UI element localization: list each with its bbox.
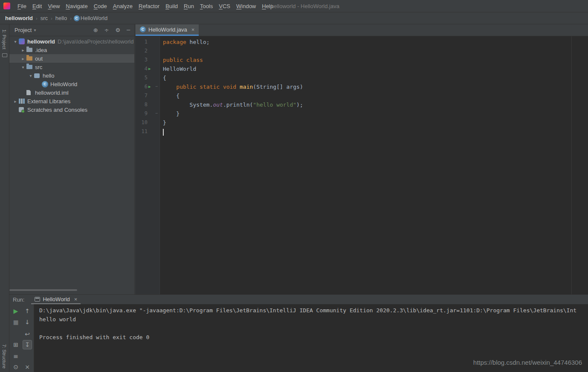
chevron-down-icon[interactable]: ▾	[12, 39, 19, 44]
hide-panel-icon[interactable]: ─	[127, 27, 130, 33]
console-line: Process finished with exit code 0	[39, 333, 588, 342]
tree-item-external-libraries[interactable]: ▸ External Libraries	[9, 97, 134, 105]
code-line-9[interactable]: 9− }	[135, 109, 588, 118]
menu-item-edit[interactable]: Edit	[29, 3, 45, 9]
file-icon	[26, 90, 31, 95]
tree-item-path: D:\java\IdeaProjects\helloworld	[58, 38, 133, 45]
line-number: 2	[145, 46, 148, 55]
tool-button-project[interactable]: 1: Project	[2, 29, 7, 49]
window-title: helloworld - HelloWorld.java	[271, 3, 339, 9]
gutter-cell: 9−	[135, 109, 160, 118]
left-tool-strip: 1: Project 7: Structure	[0, 24, 9, 372]
menu-item-navigate[interactable]: Navigate	[63, 3, 90, 9]
tree-item-out[interactable]: ▸ out	[9, 54, 134, 63]
menu-item-run[interactable]: Run	[181, 3, 197, 9]
scroll-to-end-button[interactable]: ↧	[23, 340, 32, 349]
tree-item-label: HelloWorld	[50, 81, 77, 87]
rerun-button[interactable]: ▶	[11, 306, 20, 316]
tree-item-label: helloworld.iml	[35, 90, 69, 96]
chevron-down-icon[interactable]: ▾	[20, 65, 26, 70]
breadcrumb-item-class[interactable]: HelloWorld	[80, 15, 108, 21]
down-stack-trace-button[interactable]: ↓	[23, 317, 32, 327]
menu-item-window[interactable]: Window	[233, 3, 259, 9]
menu-item-tools[interactable]: Tools	[197, 3, 216, 9]
text-caret	[163, 129, 164, 136]
chevron-right-icon[interactable]: ▸	[12, 99, 19, 104]
clear-console-button[interactable]: ×	[23, 362, 32, 372]
tool-window-icon[interactable]	[2, 53, 7, 57]
menu-item-view[interactable]: View	[45, 3, 63, 9]
breadcrumb-item-hello[interactable]: hello	[55, 15, 68, 21]
tree-item-helloworld[interactable]: ▾ helloworld D:\java\IdeaProjects\hellow…	[9, 37, 134, 46]
gutter-cell: 11	[135, 127, 160, 136]
soft-wrap-button[interactable]: ↩	[23, 329, 32, 339]
code-text: HelloWorld	[160, 64, 196, 73]
up-stack-trace-button[interactable]: ↑	[23, 306, 32, 316]
fold-icon[interactable]: −	[154, 111, 159, 116]
run-toolbar: ▶ ■ ⊞ ≡ ⊙ ↑ ↓ ↩ ↧ ×	[9, 304, 34, 372]
chevron-down-icon[interactable]: ▾	[27, 73, 34, 78]
menu-item-vcs[interactable]: VCS	[216, 3, 233, 9]
code-line-2[interactable]: 2	[135, 46, 588, 55]
code-line-6[interactable]: 6▶− public static void main(String[] arg…	[135, 82, 588, 91]
code-line-11[interactable]: 11	[135, 127, 588, 136]
menu-item-build[interactable]: Build	[162, 3, 181, 9]
code-editor[interactable]: 1package hello;23public class4▶HelloWorl…	[135, 36, 588, 294]
menu-item-analyze[interactable]: Analyze	[110, 3, 136, 9]
tool-button-structure[interactable]: 7: Structure	[2, 344, 7, 369]
code-line-3[interactable]: 3public class	[135, 55, 588, 64]
project-view-selector[interactable]: Project	[14, 27, 32, 33]
tree-item-label: .idea	[35, 47, 47, 53]
tree-item-helloworld-class[interactable]: HelloWorld	[9, 80, 134, 88]
run-panel-header: Run: HelloWorld ×	[9, 294, 588, 304]
chevron-right-icon[interactable]: ▸	[20, 56, 26, 61]
code-line-5[interactable]: 5{	[135, 73, 588, 82]
tab-helloworld-java[interactable]: HelloWorld.java ×	[136, 24, 199, 36]
menu-item-refactor[interactable]: Refactor	[136, 3, 162, 9]
tree-item-hello[interactable]: ▾ hello	[9, 71, 134, 80]
line-number: 5	[145, 73, 148, 82]
code-text: public static void main(String[] args)	[160, 82, 303, 91]
line-number: 1	[145, 38, 148, 46]
close-icon[interactable]: ×	[191, 26, 195, 33]
menu-item-code[interactable]: Code	[91, 3, 110, 9]
breadcrumb-item-src[interactable]: src	[40, 15, 49, 21]
libraries-icon	[19, 99, 25, 104]
run-tab-helloworld[interactable]: HelloWorld ×	[31, 295, 81, 304]
horizontal-scrollbar[interactable]	[9, 289, 77, 291]
restore-layout-button[interactable]: ⊞	[11, 340, 20, 349]
run-line-icon[interactable]: ▶	[148, 82, 151, 91]
code-line-7[interactable]: 7 {	[135, 91, 588, 100]
stop-button[interactable]: ■	[11, 317, 20, 327]
gear-icon[interactable]: ⚙	[116, 27, 121, 33]
code-text: }	[160, 118, 166, 127]
class-icon	[140, 26, 146, 32]
menu-item-file[interactable]: File	[14, 3, 29, 9]
code-line-8[interactable]: 8 System.out.println("hello world");	[135, 100, 588, 109]
chevron-down-icon[interactable]: ▾	[34, 28, 36, 32]
tree-item-idea[interactable]: ▸ .idea	[9, 46, 134, 54]
tree-item-helloworld-iml[interactable]: helloworld.iml	[9, 88, 134, 97]
scratches-icon	[19, 107, 24, 112]
line-number: 9	[145, 109, 148, 118]
tree-item-scratches[interactable]: Scratches and Consoles	[9, 105, 134, 114]
close-icon[interactable]: ×	[74, 296, 78, 302]
print-button[interactable]: ≡	[11, 352, 20, 361]
tree-item-src[interactable]: ▾ src	[9, 63, 134, 71]
run-line-icon[interactable]: ▶	[148, 64, 151, 73]
chevron-right-icon[interactable]: ▸	[20, 48, 26, 52]
breadcrumb-item-project[interactable]: helloworld	[4, 15, 34, 21]
collapse-all-icon[interactable]: ÷	[104, 27, 109, 33]
code-line-10[interactable]: 10}	[135, 118, 588, 127]
gutter-cell: 4▶	[135, 64, 160, 73]
select-opened-file-icon[interactable]: ⊕	[93, 27, 98, 33]
breadcrumb-separator: ›	[68, 16, 74, 21]
code-line-4[interactable]: 4▶HelloWorld	[135, 64, 588, 73]
tab-label: HelloWorld.java	[148, 26, 187, 33]
fold-icon[interactable]: −	[154, 84, 159, 89]
pin-tab-button[interactable]: ⊙	[11, 362, 20, 372]
code-line-1[interactable]: 1package hello;	[135, 38, 588, 46]
console-line	[39, 324, 588, 333]
console-line: hello world	[39, 315, 588, 324]
tree-item-label: External Libraries	[27, 98, 70, 105]
